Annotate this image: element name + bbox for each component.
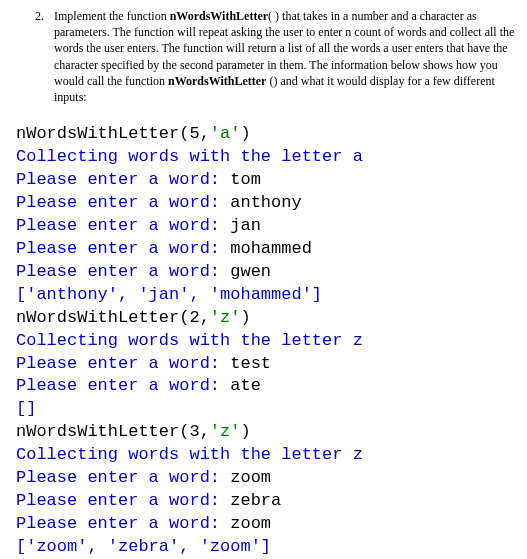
console-line: nWordsWithLetter(3,'z') — [16, 421, 519, 444]
console-output: nWordsWithLetter(5,'a')Collecting words … — [8, 123, 519, 559]
console-line: Please enter a word: ate — [16, 375, 519, 398]
console-segment: gwen — [230, 262, 271, 281]
console-segment: nWordsWithLetter(3, — [16, 422, 210, 441]
console-segment: 'a' — [210, 124, 241, 143]
console-segment: ) — [240, 308, 250, 327]
console-line: nWordsWithLetter(5,'a') — [16, 123, 519, 146]
console-segment: 'z' — [210, 422, 241, 441]
console-segment: Please enter a word: — [16, 468, 230, 487]
console-segment: 'z' — [210, 308, 241, 327]
console-segment: nWordsWithLetter(5, — [16, 124, 210, 143]
console-line: ['zoom', 'zebra', 'zoom'] — [16, 536, 519, 559]
console-segment: zoom — [230, 514, 271, 533]
question-text: Implement the function nWordsWithLetter(… — [54, 8, 519, 105]
question-number: 2. — [8, 8, 54, 24]
function-name-1: nWordsWithLetter — [170, 9, 268, 23]
page-container: 2. Implement the function nWordsWithLett… — [0, 0, 527, 559]
console-segment: Please enter a word: — [16, 170, 230, 189]
console-segment: nWordsWithLetter(2, — [16, 308, 210, 327]
console-line: Please enter a word: gwen — [16, 261, 519, 284]
console-line: Please enter a word: anthony — [16, 192, 519, 215]
console-line: [] — [16, 398, 519, 421]
console-segment: [] — [16, 399, 36, 418]
console-segment: Please enter a word: — [16, 262, 230, 281]
console-segment: ['anthony', 'jan', 'mohammed'] — [16, 285, 322, 304]
console-line: Please enter a word: zoom — [16, 467, 519, 490]
question-row: 2. Implement the function nWordsWithLett… — [8, 8, 519, 105]
console-line: Collecting words with the letter a — [16, 146, 519, 169]
console-line: Collecting words with the letter z — [16, 444, 519, 467]
console-segment: Collecting words with the letter z — [16, 445, 363, 464]
question-text-part-1: Implement the function — [54, 9, 170, 23]
console-segment: test — [230, 354, 271, 373]
console-line: Please enter a word: tom — [16, 169, 519, 192]
console-segment: ate — [230, 376, 261, 395]
console-segment: jan — [230, 216, 261, 235]
console-segment: Please enter a word: — [16, 216, 230, 235]
console-segment: ['zoom', 'zebra', 'zoom'] — [16, 537, 271, 556]
console-segment: Please enter a word: — [16, 491, 230, 510]
console-line: Please enter a word: test — [16, 353, 519, 376]
console-segment: mohammed — [230, 239, 312, 258]
console-segment: Collecting words with the letter z — [16, 331, 363, 350]
console-segment: zoom — [230, 468, 271, 487]
console-line: Please enter a word: zoom — [16, 513, 519, 536]
console-line: Please enter a word: zebra — [16, 490, 519, 513]
console-line: Collecting words with the letter z — [16, 330, 519, 353]
console-segment: zebra — [230, 491, 281, 510]
console-segment: Please enter a word: — [16, 193, 230, 212]
console-segment: Please enter a word: — [16, 354, 230, 373]
console-line: nWordsWithLetter(2,'z') — [16, 307, 519, 330]
console-segment: anthony — [230, 193, 301, 212]
console-line: ['anthony', 'jan', 'mohammed'] — [16, 284, 519, 307]
console-segment: Please enter a word: — [16, 239, 230, 258]
console-line: Please enter a word: jan — [16, 215, 519, 238]
console-line: Please enter a word: mohammed — [16, 238, 519, 261]
console-segment: tom — [230, 170, 261, 189]
console-segment: ) — [240, 422, 250, 441]
console-segment: Please enter a word: — [16, 376, 230, 395]
console-segment: Please enter a word: — [16, 514, 230, 533]
console-segment: ) — [240, 124, 250, 143]
console-segment: Collecting words with the letter a — [16, 147, 363, 166]
function-name-2: nWordsWithLetter — [168, 74, 266, 88]
